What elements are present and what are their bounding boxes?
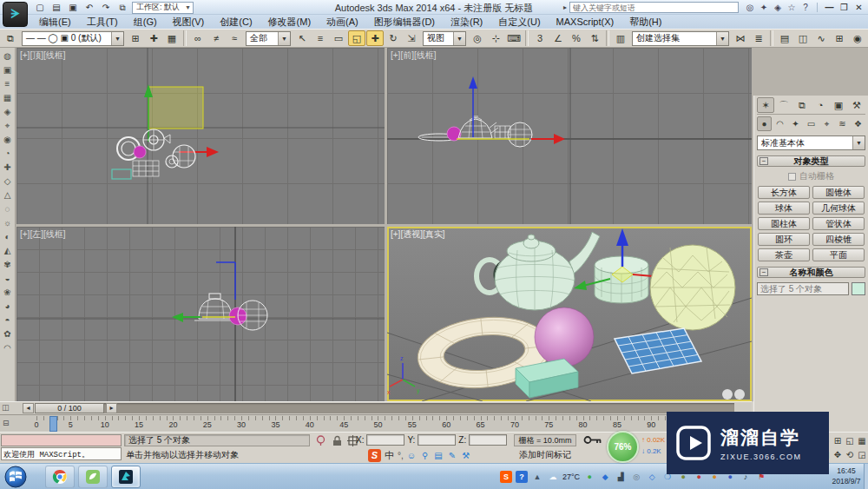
ribbon-icon[interactable]: ▣	[1, 63, 14, 76]
workspace-dropdown[interactable]: 工作区: 默认 ▼	[132, 2, 194, 14]
chevron-down-icon[interactable]: ▼	[852, 136, 865, 149]
taskbar-clock[interactable]: 16:45 2018/9/7	[828, 466, 865, 488]
object-button-球体[interactable]: 球体	[758, 202, 810, 215]
macro-recorder-field[interactable]	[1, 434, 122, 446]
move-gizmo[interactable]	[144, 84, 219, 157]
bind-spacewarp-button[interactable]: ≈	[226, 30, 243, 46]
object-button-平面[interactable]: 平面	[812, 248, 865, 261]
y-coordinate-field[interactable]	[418, 434, 456, 446]
green-status-icon[interactable]: ●	[583, 471, 595, 483]
collapse-icon[interactable]: −	[760, 268, 768, 276]
set-keys-icon[interactable]	[583, 434, 602, 447]
menu-item-视图(V)[interactable]: 视图(V)	[165, 15, 213, 29]
object-type-rollout[interactable]: − 对象类型	[757, 155, 865, 167]
viewport-left[interactable]: [+][左][线框]	[16, 227, 385, 401]
tab-utilities[interactable]: ⚒	[848, 97, 865, 113]
name-color-rollout[interactable]: − 名称和颜色	[757, 267, 865, 278]
tab-hierarchy[interactable]: ⧉	[793, 97, 811, 113]
object-name-field[interactable]: 选择了 5 个对象	[757, 282, 849, 295]
help-tray-icon[interactable]: ?	[516, 471, 528, 483]
start-button[interactable]	[4, 466, 27, 488]
minimize-button[interactable]: —	[823, 3, 836, 12]
rectangular-region-button[interactable]: ▭	[330, 30, 347, 46]
schematic-view-button[interactable]: ⊞	[831, 30, 848, 46]
chevron-down-icon[interactable]: ▼	[278, 32, 290, 45]
taskbar-chrome-button[interactable]	[45, 466, 75, 488]
layer-dropdown[interactable]: — — ◯ ▣ 0 (默认)▼	[22, 31, 124, 46]
autogrid-checkbox[interactable]	[788, 173, 796, 181]
x-coordinate-field[interactable]	[366, 434, 404, 446]
chevron-down-icon[interactable]: ▼	[716, 32, 728, 45]
ribbon-icon[interactable]: ✿	[1, 327, 14, 340]
search-input[interactable]	[569, 2, 739, 13]
percent-snap-toggle[interactable]: %	[568, 30, 585, 46]
align-button[interactable]: ≣	[750, 30, 767, 46]
tab-create[interactable]: ✶	[757, 97, 774, 113]
menu-item-创建(C)[interactable]: 创建(C)	[212, 15, 260, 29]
sub-lights[interactable]: ✦	[788, 116, 803, 131]
taskbar-green-app-button[interactable]	[78, 466, 108, 488]
select-object-button[interactable]: ↖	[293, 30, 311, 46]
select-move-button[interactable]: ✚	[366, 30, 384, 46]
pan-button[interactable]: ✥	[832, 447, 844, 461]
ribbon-icon[interactable]: ⌖	[1, 119, 14, 132]
viewport-persp-label[interactable]: [+][透视][真实]	[391, 228, 445, 241]
menu-item-修改器(M)[interactable]: 修改器(M)	[260, 15, 319, 29]
sub-systems[interactable]: ❖	[851, 116, 865, 131]
help-icon[interactable]: ?	[799, 3, 812, 12]
scene-objects-left[interactable]	[194, 294, 267, 330]
viewport-left-label[interactable]: [+][左][线框]	[20, 228, 66, 241]
save-file-icon[interactable]: ▣	[66, 2, 80, 14]
community-search-icon[interactable]: ◎	[744, 3, 756, 12]
ribbon-icon[interactable]: ◍	[1, 50, 14, 63]
menu-item-工具(T)[interactable]: 工具(T)	[79, 15, 126, 29]
track-bar-ruler[interactable]: 0510152025303540455055606570758085909510…	[17, 415, 752, 433]
network-signal-icon[interactable]: ▟	[615, 471, 627, 483]
sub-helpers[interactable]: ⌖	[819, 116, 834, 131]
menu-item-组(G)[interactable]: 组(G)	[126, 15, 165, 29]
mirror-button[interactable]: ⋈	[732, 30, 749, 46]
sogou-skin-icon[interactable]: ✎	[449, 451, 456, 460]
named-selection-sets-dropdown[interactable]: 创建选择集▼	[632, 31, 729, 46]
collapse-icon[interactable]: −	[760, 157, 768, 165]
camera-icon[interactable]: ◎	[630, 471, 642, 483]
ribbon-icon[interactable]: ❀	[1, 286, 14, 299]
ribbon-icon[interactable]: ◓	[1, 314, 14, 327]
ribbon-icon[interactable]: ◔	[1, 147, 14, 160]
isolate-selection-toggle[interactable]	[313, 435, 327, 446]
ribbon-icon[interactable]: ✚	[1, 161, 14, 174]
communication-center-icon[interactable]: ◈	[772, 3, 784, 12]
close-button[interactable]: ✕	[852, 3, 865, 12]
object-button-几何球体[interactable]: 几何球体	[812, 202, 865, 215]
track-bar[interactable]: ⊟ 05101520253035404550556065707580859095…	[0, 414, 752, 432]
select-scale-button[interactable]: ⇲	[403, 30, 420, 46]
ime-mode-indicator[interactable]: 中	[385, 449, 394, 462]
reference-coordinate-dropdown[interactable]: 视图▼	[423, 31, 466, 46]
move-gizmo[interactable]	[172, 262, 235, 322]
zoom-extents-button[interactable]: ◱	[844, 433, 856, 447]
sub-spacewarps[interactable]: ≋	[835, 116, 850, 131]
ribbon-icon[interactable]: ◈	[1, 105, 14, 118]
tab-modify[interactable]: ⌒	[775, 97, 792, 113]
layer-manager-button[interactable]: ▤	[776, 30, 793, 46]
show-desktop-button[interactable]	[864, 464, 868, 489]
teapot-object[interactable]	[477, 232, 600, 310]
object-button-圆锥体[interactable]: 圆锥体	[812, 186, 865, 199]
application-menu-button[interactable]: ᗒ	[3, 2, 28, 27]
menu-item-MAXScript(X)[interactable]: MAXScript(X)	[549, 15, 622, 29]
select-by-name-button[interactable]: ≡	[312, 30, 329, 46]
restore-button[interactable]: ❒	[838, 3, 851, 12]
menu-item-图形编辑器(D)[interactable]: 图形编辑器(D)	[366, 15, 443, 29]
menu-item-自定义(U)[interactable]: 自定义(U)	[490, 15, 548, 29]
undo-icon[interactable]: ↶	[82, 2, 96, 14]
viewport-front-label[interactable]: [+][前][线框]	[391, 50, 437, 62]
ribbon-icon[interactable]: ◌	[1, 202, 14, 215]
ribbon-icon[interactable]: ◇	[1, 175, 14, 188]
selection-filter-dropdown[interactable]: 全部▼	[246, 31, 291, 46]
object-button-圆环[interactable]: 圆环	[758, 233, 810, 246]
menu-item-动画(A)[interactable]: 动画(A)	[319, 15, 366, 29]
time-tag[interactable]: 添加时间标记	[519, 449, 571, 461]
blue-app-icon[interactable]: ◆	[599, 471, 611, 483]
select-link-button[interactable]: ∞	[189, 30, 207, 46]
window-crossing-toggle[interactable]: ◱	[348, 30, 365, 46]
